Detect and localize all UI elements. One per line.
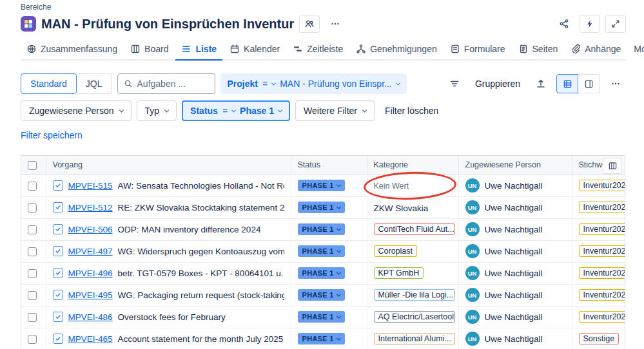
tab-formulare[interactable]: Formulare [444, 39, 511, 61]
issue-summary[interactable]: RE: ZKW Slovakia Stocktaking statement 2… [118, 203, 284, 212]
table-row[interactable]: MPVEI-512 RE: ZKW Slovakia Stocktaking s… [21, 196, 625, 218]
split-view-button[interactable] [578, 74, 600, 93]
status-dropdown[interactable]: PHASE 1 [298, 223, 345, 235]
category-value[interactable]: Kein Wert [374, 182, 409, 191]
tab-genehmigungen[interactable]: Genehmigungen [350, 39, 443, 61]
status-dropdown[interactable]: PHASE 1 [298, 311, 345, 323]
assignee-name[interactable]: Uwe Nachtigall [485, 181, 543, 191]
tab-zusammenfassung[interactable]: Zusammenfassung [21, 39, 123, 61]
export-button[interactable] [531, 75, 551, 93]
issue-key-link[interactable]: MPVEI-486 [68, 312, 113, 322]
column-header-category[interactable]: Kategorie [367, 156, 458, 174]
clear-filters-button[interactable]: Filter löschen [380, 100, 444, 121]
row-checkbox[interactable] [28, 247, 37, 256]
assignee-name[interactable]: Uwe Nachtigall [485, 203, 543, 212]
category-value[interactable]: Müller -Die lila Logi... [374, 289, 455, 301]
label-tag[interactable]: Inventur2024 [579, 311, 626, 323]
label-tag[interactable]: Inventur2024 [579, 245, 626, 257]
column-settings-button[interactable] [603, 158, 622, 174]
issue-summary[interactable]: AW: Sensata Technologies Holland - Not R… [118, 181, 284, 191]
tab-liste[interactable]: Liste [175, 39, 222, 61]
category-value[interactable]: AQ Electric/Lasertool [374, 311, 455, 323]
save-filter-link[interactable]: Filter speichern [21, 130, 83, 140]
issue-summary[interactable]: Overstock fees for February [118, 312, 226, 322]
issue-key-link[interactable]: MPVEI-515 [68, 181, 113, 191]
row-checkbox[interactable] [28, 182, 37, 191]
status-dropdown[interactable]: PHASE 1 [298, 289, 345, 301]
status-dropdown[interactable]: PHASE 1 [298, 180, 345, 191]
assignee-name[interactable]: Uwe Nachtigall [485, 290, 543, 300]
column-header-status[interactable]: Status [291, 156, 367, 174]
table-row[interactable]: MPVEI-497 WG: Widerspruch gegen Kontoaus… [21, 240, 625, 262]
row-checkbox[interactable] [28, 225, 37, 234]
issue-key-link[interactable]: MPVEI-496 [68, 269, 113, 278]
row-checkbox[interactable] [28, 335, 37, 344]
tab-kalender[interactable]: Kalender [224, 39, 286, 61]
tab-zeitleiste[interactable]: Zeitleiste [287, 39, 349, 61]
fullscreen-button[interactable] [605, 15, 626, 33]
assignee-name[interactable]: Uwe Nachtigall [485, 334, 543, 344]
issue-key-link[interactable]: MPVEI-495 [68, 290, 113, 300]
jql-mode-button[interactable]: JQL [77, 73, 112, 94]
toolbar-more-button[interactable] [605, 75, 626, 93]
project-filter-pill[interactable]: Projekt = MAN - Prüfung von Einspr... [220, 73, 407, 94]
issue-key-link[interactable]: MPVEI-506 [68, 225, 113, 234]
table-row[interactable]: MPVEI-465 Account statement for the mont… [21, 328, 625, 349]
table-row[interactable]: MPVEI-496 betr. TGT-0579 Boxes - KPT - 8… [21, 262, 625, 284]
column-header-issue[interactable]: Vorgang [46, 156, 291, 174]
tab-anhaenge[interactable]: Anhänge [565, 39, 627, 61]
issue-summary[interactable]: betr. TGT-0579 Boxes - KPT - 80064101 u.… [118, 269, 284, 278]
row-checkbox[interactable] [28, 291, 37, 300]
issue-summary[interactable]: ODP: MAN inventory difference 2024 [118, 225, 261, 234]
status-dropdown[interactable]: PHASE 1 [298, 267, 345, 279]
assignee-filter-dropdown[interactable]: Zugewiesene Person [21, 100, 132, 121]
search-input[interactable] [137, 79, 209, 89]
category-value[interactable]: ZKW Slovakia [374, 203, 429, 213]
select-all-checkbox[interactable] [28, 161, 37, 170]
issue-key-link[interactable]: MPVEI-497 [68, 247, 113, 256]
members-button[interactable] [299, 15, 320, 33]
assignee-name[interactable]: Uwe Nachtigall [485, 247, 543, 256]
label-tag[interactable]: Inventur2024 [579, 223, 626, 235]
table-row[interactable]: MPVEI-486 Overstock fees for February PH… [21, 306, 625, 328]
column-header-assignee[interactable]: Zugewiesene Person [458, 156, 572, 174]
category-value[interactable]: Coroplast [374, 245, 418, 257]
category-value[interactable]: KPT GmbH [374, 267, 424, 279]
status-dropdown[interactable]: PHASE 1 [298, 202, 345, 213]
title-more-button[interactable] [325, 15, 346, 33]
automation-button[interactable] [580, 15, 600, 33]
table-row[interactable]: MPVEI-515 AW: Sensata Technologies Holla… [21, 174, 625, 196]
standard-mode-button[interactable]: Standard [21, 73, 77, 94]
assignee-name[interactable]: Uwe Nachtigall [485, 225, 543, 234]
status-dropdown[interactable]: PHASE 1 [298, 333, 345, 344]
category-value[interactable]: International Alumi... [374, 333, 455, 344]
label-tag[interactable]: Inventur2025 [579, 289, 626, 301]
grid-view-button[interactable] [556, 74, 578, 93]
label-tag[interactable]: Inventur2024 [579, 267, 626, 279]
group-by-button[interactable]: Gruppieren [470, 73, 525, 94]
row-checkbox[interactable] [28, 203, 37, 212]
breadcrumb[interactable]: Bereiche [21, 3, 626, 12]
label-tag[interactable]: Sonstige [579, 333, 620, 344]
label-tag[interactable]: Inventur2024 [579, 202, 626, 213]
tab-seiten[interactable]: Seiten [512, 39, 564, 61]
type-filter-dropdown[interactable]: Typ [137, 100, 177, 121]
tab-more[interactable]: More 3 [628, 38, 644, 61]
filter-settings-button[interactable] [444, 75, 465, 93]
issue-key-link[interactable]: MPVEI-512 [68, 203, 113, 212]
status-filter-pill[interactable]: Status = Phase 1 [182, 100, 290, 121]
issue-summary[interactable]: WG: Packaging return request (stock-taki… [118, 290, 284, 300]
row-checkbox[interactable] [28, 313, 37, 322]
share-button[interactable] [554, 15, 574, 33]
status-dropdown[interactable]: PHASE 1 [298, 245, 345, 257]
category-value[interactable]: ContiTech Fluid Aut... [374, 223, 455, 235]
issue-summary[interactable]: Account statement for the month July 202… [118, 334, 284, 344]
label-tag[interactable]: Inventur2025 [579, 180, 626, 191]
tab-board[interactable]: Board [124, 39, 174, 61]
issue-key-link[interactable]: MPVEI-465 [68, 334, 113, 344]
issue-summary[interactable]: WG: Widerspruch gegen Kontoauszug vom 2.… [118, 247, 284, 256]
more-filters-dropdown[interactable]: Weitere Filter [295, 100, 375, 121]
assignee-name[interactable]: Uwe Nachtigall [485, 312, 543, 322]
table-row[interactable]: MPVEI-506 ODP: MAN inventory difference … [21, 218, 625, 240]
table-row[interactable]: MPVEI-495 WG: Packaging return request (… [21, 284, 625, 306]
